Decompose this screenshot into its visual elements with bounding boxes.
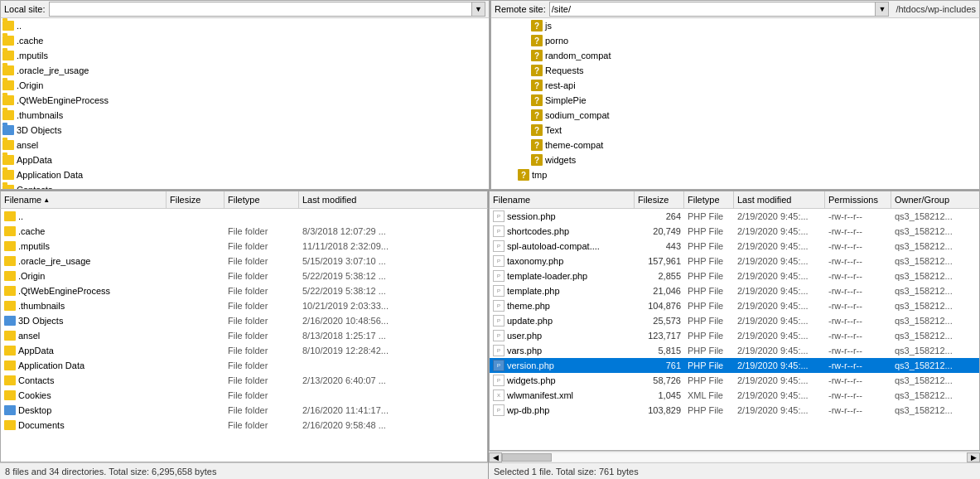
scrollbar-track[interactable] xyxy=(502,453,967,462)
tree-item-random-compat[interactable]: ? random_compat xyxy=(491,48,979,63)
remote-file-row[interactable]: P wp-db.php 103,829 PHP File 2/19/2020 9… xyxy=(490,403,979,418)
local-file-tree[interactable]: .. .cache .mputils .oracle_jre_usage .Or… xyxy=(0,18,490,190)
tree-item-label: widgets xyxy=(545,155,576,165)
remote-file-row[interactable]: P vars.php 5,815 PHP File 2/19/2020 9:45… xyxy=(490,343,979,358)
tree-item-cache[interactable]: .cache xyxy=(1,33,489,48)
folder-icon xyxy=(4,241,16,251)
tree-item-thumbnails[interactable]: .thumbnails xyxy=(1,108,489,123)
local-file-row[interactable]: .Origin File folder 5/22/2019 5:38:12 ..… xyxy=(1,269,487,283)
tree-item-dotdot[interactable]: .. xyxy=(1,18,489,33)
local-file-row[interactable]: .oracle_jre_usage File folder 5/15/2019 … xyxy=(1,254,487,269)
php-file-icon: P xyxy=(493,240,504,252)
remote-file-tree[interactable]: ? js ? porno ? random_compat ? Requests … xyxy=(490,18,980,190)
local-file-row[interactable]: Documents File folder 2/16/2020 9:58:48 … xyxy=(1,418,487,433)
tree-item-theme-compat[interactable]: ? theme-compat xyxy=(491,138,979,152)
tree-item-3dobjects[interactable]: 3D Objects xyxy=(1,123,489,138)
tree-item-rest-api[interactable]: ? rest-api xyxy=(491,78,979,93)
php-file-icon: P xyxy=(493,300,504,312)
remote-file-row[interactable]: P user.php 123,717 PHP File 2/19/2020 9:… xyxy=(490,328,979,343)
folder-icon xyxy=(2,80,14,90)
question-icon: ? xyxy=(531,20,543,31)
remote-file-row[interactable]: P shortcodes.php 20,749 PHP File 2/19/20… xyxy=(490,224,979,239)
rcol-header-filename[interactable]: Filename xyxy=(490,191,635,208)
remote-file-row[interactable]: P update.php 25,573 PHP File 2/19/2020 9… xyxy=(490,313,979,328)
local-file-row[interactable]: ansel File folder 8/13/2018 1:25:17 ... xyxy=(1,328,487,343)
local-file-row[interactable]: .mputils File folder 11/11/2018 2:32:09.… xyxy=(1,239,487,254)
local-file-row[interactable]: AppData File folder 8/10/2019 12:28:42..… xyxy=(1,343,487,358)
remote-file-row[interactable]: P widgets.php 58,726 PHP File 2/19/2020 … xyxy=(490,373,979,388)
folder-icon xyxy=(2,155,14,165)
tree-item-porno[interactable]: ? porno xyxy=(491,33,979,48)
local-site-label: Local site: xyxy=(4,4,46,14)
tree-item-simplepie[interactable]: ? SimplePie xyxy=(491,93,979,108)
local-file-row[interactable]: .. xyxy=(1,209,487,224)
col-header-filename[interactable]: Filename ▲ xyxy=(1,191,167,208)
remote-file-row-selected[interactable]: P version.php 761 PHP File 2/19/2020 9:4… xyxy=(490,358,979,373)
question-icon: ? xyxy=(531,154,543,166)
php-file-icon: P xyxy=(493,285,504,297)
folder-icon xyxy=(2,110,14,120)
php-file-icon: P xyxy=(493,210,504,222)
tree-item-oracle[interactable]: .oracle_jre_usage xyxy=(1,63,489,78)
remote-site-bar: Remote site: ▼ /htdocs/wp-includes xyxy=(490,0,980,18)
folder-icon xyxy=(2,170,14,180)
local-file-row[interactable]: .QtWebEngineProcess File folder 5/22/201… xyxy=(1,283,487,298)
remote-site-dropdown[interactable]: ▼ xyxy=(876,2,889,17)
local-file-row[interactable]: 3D Objects File folder 2/16/2020 10:48:5… xyxy=(1,313,487,328)
local-site-dropdown[interactable]: ▼ xyxy=(472,2,485,17)
scrollbar-thumb[interactable] xyxy=(502,453,552,462)
tree-item-origin[interactable]: .Origin xyxy=(1,78,489,93)
scrollbar-right-btn[interactable]: ▶ xyxy=(967,452,980,462)
tree-item-widgets[interactable]: ? widgets xyxy=(491,152,979,167)
tree-item-requests[interactable]: ? Requests xyxy=(491,63,979,78)
tree-item-mputils[interactable]: .mputils xyxy=(1,48,489,63)
local-file-row[interactable]: Cookies File folder xyxy=(1,388,487,403)
remote-status-text: Selected 1 file. Total size: 761 bytes xyxy=(494,467,639,477)
tree-item-applicationdata[interactable]: Application Data xyxy=(1,167,489,182)
local-file-row[interactable]: Desktop File folder 2/16/2020 11:41:17..… xyxy=(1,403,487,418)
local-file-row[interactable]: .thumbnails File folder 10/21/2019 2:03:… xyxy=(1,298,487,313)
tree-item-text[interactable]: ? Text xyxy=(491,123,979,138)
rcol-header-filesize[interactable]: Filesize xyxy=(635,191,684,208)
remote-site-input[interactable] xyxy=(549,2,876,17)
rcol-header-permissions[interactable]: Permissions xyxy=(825,191,891,208)
rcol-header-owner[interactable]: Owner/Group xyxy=(891,191,979,208)
tree-item-js[interactable]: ? js xyxy=(491,18,979,33)
remote-file-row[interactable]: X wlwmanifest.xml 1,045 XML File 2/19/20… xyxy=(490,388,979,403)
tree-item-sodium-compat[interactable]: ? sodium_compat xyxy=(491,108,979,123)
rcol-header-lastmod[interactable]: Last modified xyxy=(734,191,825,208)
tree-item-appdata[interactable]: AppData xyxy=(1,152,489,167)
local-site-input[interactable] xyxy=(49,2,472,17)
remote-file-row[interactable]: P session.php 264 PHP File 2/19/2020 9:4… xyxy=(490,209,979,224)
remote-file-row[interactable]: P template.php 21,046 PHP File 2/19/2020… xyxy=(490,283,979,298)
question-icon: ? xyxy=(531,124,543,136)
remote-scrollbar-h[interactable]: ◀ ▶ xyxy=(489,451,980,462)
tree-item-contacts[interactable]: Contacts xyxy=(1,182,489,190)
php-file-icon-selected: P xyxy=(493,360,504,371)
col-header-filesize[interactable]: Filesize xyxy=(167,191,224,208)
folder-icon xyxy=(4,226,16,236)
remote-file-row[interactable]: P template-loader.php 2,855 PHP File 2/1… xyxy=(490,269,979,283)
rcol-header-filetype[interactable]: Filetype xyxy=(684,191,734,208)
col-header-lastmod[interactable]: Last modified xyxy=(299,191,487,208)
remote-file-row[interactable]: P taxonomy.php 157,961 PHP File 2/19/202… xyxy=(490,254,979,269)
php-file-icon: P xyxy=(493,315,504,327)
remote-file-row[interactable]: P spl-autoload-compat.... 443 PHP File 2… xyxy=(490,239,979,254)
tree-item-tmp[interactable]: ? tmp xyxy=(491,167,979,182)
remote-file-list[interactable]: P session.php 264 PHP File 2/19/2020 9:4… xyxy=(489,209,980,451)
scrollbar-left-btn[interactable]: ◀ xyxy=(489,452,502,462)
tree-item-label: .thumbnails xyxy=(17,110,63,120)
local-file-row[interactable]: Application Data File folder xyxy=(1,358,487,373)
local-file-row[interactable]: .cache File folder 8/3/2018 12:07:29 ... xyxy=(1,224,487,239)
php-file-icon: P xyxy=(493,255,504,267)
local-file-row[interactable]: Contacts File folder 2/13/2020 6:40:07 .… xyxy=(1,373,487,388)
tree-item-qtwebengine[interactable]: .QtWebEngineProcess xyxy=(1,93,489,108)
col-header-filetype[interactable]: Filetype xyxy=(224,191,299,208)
tree-item-ansel[interactable]: ansel xyxy=(1,138,489,152)
remote-file-row[interactable]: P theme.php 104,876 PHP File 2/19/2020 9… xyxy=(490,298,979,313)
local-file-list[interactable]: .. .cache File folder 8/3/2018 12:07:29 … xyxy=(0,209,488,462)
tree-item-label: js xyxy=(545,21,552,31)
remote-site-label: Remote site: xyxy=(495,4,546,14)
question-icon: ? xyxy=(531,80,543,91)
tree-item-label: Text xyxy=(545,125,562,135)
